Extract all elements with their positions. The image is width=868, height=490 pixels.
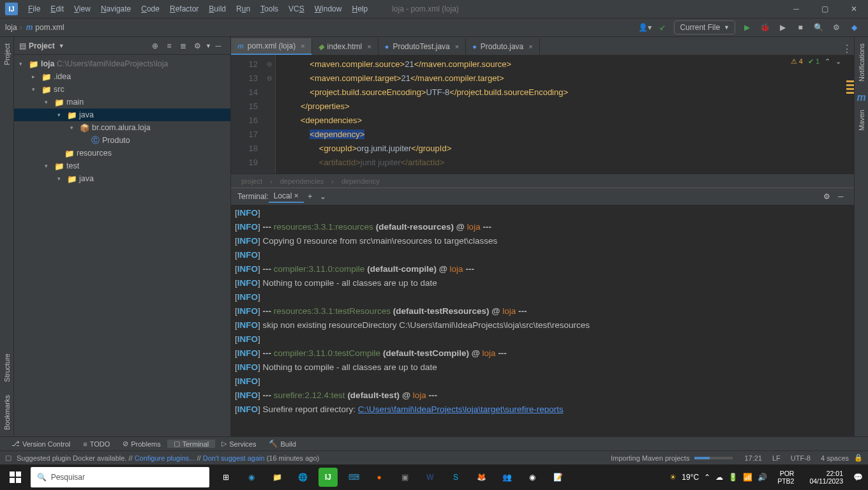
maven-tool-button[interactable]: Maven: [858, 103, 865, 137]
vscode-icon[interactable]: ⌨: [341, 464, 366, 490]
terminal-output[interactable]: [INFO][INFO] --- resources:3.3.1:resourc…: [231, 205, 854, 436]
project-tool-button[interactable]: Project: [3, 37, 11, 71]
terminal-settings-icon[interactable]: ⚙: [819, 192, 834, 201]
status-hint-icon[interactable]: ▢: [5, 454, 11, 462]
breadcrumb-root[interactable]: loja: [5, 23, 17, 32]
edge-icon[interactable]: ◉: [239, 464, 264, 490]
status-bar: ▢ Suggested plugin Docker available. // …: [0, 450, 868, 464]
dont-suggest-link[interactable]: Don't suggest again: [203, 454, 265, 462]
notifications-tool-button[interactable]: Notifications: [858, 37, 865, 88]
lock-icon[interactable]: 🔒: [854, 454, 863, 462]
close-button[interactable]: ✕: [839, 0, 868, 18]
panel-settings-icon[interactable]: ⚙: [190, 41, 204, 50]
menu-code[interactable]: Code: [136, 4, 165, 13]
svg-rect-1: [16, 471, 21, 477]
coverage-button[interactable]: ▶: [775, 20, 790, 35]
terminal-dropdown-icon[interactable]: ⌄: [317, 192, 329, 201]
skype-icon[interactable]: S: [443, 464, 468, 490]
word-icon[interactable]: W: [417, 464, 443, 490]
app-logo-icon: IJ: [5, 3, 18, 15]
window-title: loja - pom.xml (loja): [392, 4, 459, 13]
tool-services[interactable]: ▷ Services: [215, 440, 262, 448]
menu-window[interactable]: Window: [310, 4, 347, 13]
taskbar-search[interactable]: 🔍 Pesquisar: [31, 467, 209, 487]
onedrive-icon[interactable]: ☁: [715, 473, 723, 482]
wifi-icon[interactable]: 📶: [743, 473, 752, 482]
caret-position[interactable]: 17:21: [744, 454, 762, 462]
firefox-icon[interactable]: 🦊: [468, 464, 494, 490]
fold-gutter[interactable]: ⊖⊖: [263, 55, 276, 174]
maximize-button[interactable]: ▢: [811, 0, 839, 18]
inspection-widget[interactable]: ⚠ 4 ✔ 1 ⌃⌄: [791, 57, 841, 66]
tabs-more-icon[interactable]: ⋮: [840, 43, 854, 55]
debug-button[interactable]: 🐞: [757, 20, 772, 35]
menu-tools[interactable]: Tools: [255, 4, 283, 13]
generic1-icon[interactable]: ◉: [520, 464, 545, 490]
chrome-icon[interactable]: 🌐: [290, 464, 315, 490]
menu-file[interactable]: File: [23, 4, 45, 13]
teams-icon[interactable]: 👥: [494, 464, 520, 490]
title-bar: IJ File Edit View Navigate Code Refactor…: [0, 0, 868, 18]
menu-edit[interactable]: Edit: [45, 4, 69, 13]
configure-plugins-link[interactable]: Configure plugins...: [135, 454, 195, 462]
tool-build[interactable]: 🔨 Build: [262, 440, 302, 448]
bookmarks-tool-button[interactable]: Bookmarks: [3, 389, 11, 436]
stop-button[interactable]: ■: [793, 20, 808, 35]
task-view-icon[interactable]: ⊞: [213, 464, 239, 490]
collapse-all-icon[interactable]: ≣: [176, 41, 190, 50]
postman-icon[interactable]: ●: [366, 464, 392, 490]
taskbar-clock[interactable]: 22:0104/11/2023: [804, 470, 848, 485]
editor-tab[interactable]: ●Produto.java×: [466, 38, 539, 55]
terminal-tab-local[interactable]: Local ×: [269, 190, 304, 203]
run-button[interactable]: ▶: [739, 20, 754, 35]
search-icon[interactable]: 🔍: [811, 20, 826, 35]
ide-features-icon[interactable]: ◆: [846, 20, 862, 35]
menu-navigate[interactable]: Navigate: [96, 4, 136, 13]
taskbar-lang[interactable]: PORPTB2: [772, 470, 799, 485]
breadcrumb-file[interactable]: pom.xml: [35, 23, 64, 32]
file-encoding[interactable]: UTF-8: [791, 454, 811, 462]
project-panel-title[interactable]: Project: [29, 41, 55, 50]
system-tray[interactable]: ☀19°C ⌃ ☁ 🔋 📶 🔊 PORPTB2 22:0104/11/2023 …: [664, 470, 868, 485]
vcs-update-icon[interactable]: ↙: [655, 20, 670, 35]
settings-icon[interactable]: ⚙: [828, 20, 844, 35]
expand-all-icon[interactable]: ≡: [162, 41, 176, 50]
tool-todo[interactable]: ≡ TODO: [77, 440, 116, 448]
menu-run[interactable]: Run: [231, 4, 255, 13]
battery-icon[interactable]: 🔋: [728, 473, 738, 482]
tool-version-control[interactable]: ⎇ Version Control: [5, 440, 77, 448]
start-button[interactable]: [0, 464, 31, 490]
maven-tool-icon[interactable]: m: [857, 92, 865, 103]
bottom-tool-bar: ⎇ Version Control ≡ TODO ⊘ Problems ▢ Te…: [0, 436, 868, 450]
code-editor[interactable]: 1213141516171819 ⊖⊖ <maven.compiler.sour…: [231, 55, 854, 174]
menu-vcs[interactable]: VCS: [283, 4, 310, 13]
indent-status[interactable]: 4 spaces: [821, 454, 849, 462]
notepad-icon[interactable]: 📝: [545, 464, 571, 490]
editor-tab[interactable]: ◆index.html×: [312, 38, 378, 55]
intellij-icon[interactable]: IJ: [318, 468, 338, 487]
user-icon[interactable]: 👤▾: [637, 20, 652, 35]
menu-build[interactable]: Build: [204, 4, 231, 13]
app-icon[interactable]: ▣: [392, 464, 417, 490]
run-config-selector[interactable]: Current File▼: [674, 20, 735, 34]
hide-panel-icon[interactable]: ─: [211, 41, 225, 50]
new-terminal-icon[interactable]: +: [304, 192, 317, 201]
tool-terminal[interactable]: ▢ Terminal: [167, 440, 216, 448]
menu-view[interactable]: View: [69, 4, 96, 13]
structure-tool-button[interactable]: Structure: [3, 347, 11, 389]
editor-tab[interactable]: mpom.xml (loja)×: [231, 38, 312, 55]
editor-tab[interactable]: ●ProdutoTest.java×: [378, 38, 466, 55]
minimize-button[interactable]: ─: [782, 0, 811, 18]
menu-refactor[interactable]: Refactor: [165, 4, 204, 13]
select-opened-icon[interactable]: ⊕: [148, 41, 162, 50]
terminal-hide-icon[interactable]: ─: [834, 192, 848, 201]
volume-icon[interactable]: 🔊: [758, 473, 767, 482]
project-tree[interactable]: ▾📁loja C:\Users\famil\IdeaProjects\loja …: [14, 55, 230, 436]
tool-problems[interactable]: ⊘ Problems: [116, 440, 167, 448]
editor-breadcrumbs[interactable]: project›dependencies›dependency: [231, 174, 854, 188]
notifications-icon[interactable]: 💬: [853, 473, 863, 482]
line-separator[interactable]: LF: [772, 454, 781, 462]
explorer-icon[interactable]: 📁: [264, 464, 290, 490]
tray-chevron-icon[interactable]: ⌃: [704, 473, 710, 482]
menu-help[interactable]: Help: [347, 4, 373, 13]
